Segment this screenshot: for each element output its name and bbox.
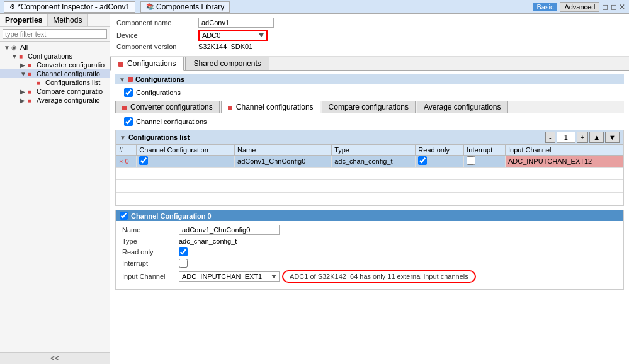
tab-methods-label: Methods — [53, 16, 82, 25]
tab-component-inspector-label: *Component Inspector - adConv1 — [18, 3, 130, 11]
error-message: ADC1 of S32K142_64 has only 11 external … — [282, 270, 476, 283]
tab-configurations-label: Configurations — [127, 59, 176, 68]
tree-item-average-config[interactable]: ▶ ■ Average configuratio — [0, 96, 110, 105]
device-select[interactable]: ADC0 ADC1 — [198, 30, 268, 41]
configurations-section-title: Configurations — [135, 76, 184, 83]
tree-arrow-average[interactable]: ▶ — [20, 97, 28, 104]
library-icon: 📚 — [146, 3, 154, 10]
detail-type-row: Type adc_chan_config_t — [122, 237, 617, 245]
all-icon: ◉ — [11, 44, 20, 51]
title-bar-left: ⚙ *Component Inspector - adConv1 📚 Compo… — [4, 1, 230, 13]
version-row: Component version S32K144_SDK01 — [116, 43, 623, 50]
tree-arrow-all[interactable]: ▼ — [4, 44, 11, 51]
table-header-row: # Channel Configuration Name Type Read o… — [116, 145, 623, 156]
tree-item-configurations[interactable]: ▼ ■ Configurations — [0, 52, 110, 60]
table-row[interactable]: × 0 adConv1_ChnConfig0 adc_chan_config_t… — [116, 156, 623, 168]
sub-tab-average[interactable]: Average configurations — [417, 101, 508, 113]
sub-tab-channel-label: Channel configurations — [236, 103, 314, 111]
content-area: ▼ Configurations Configurations Converte… — [110, 71, 629, 364]
cell-channel-config[interactable] — [137, 156, 235, 168]
name-row: Component name — [116, 18, 623, 28]
row-read-only-checkbox[interactable] — [418, 156, 427, 165]
detail-type-value: adc_chan_config_t — [179, 237, 237, 245]
details-title: Channel Configuration 0 — [131, 212, 212, 220]
folder-icon-converter: ■ — [28, 62, 37, 69]
tab-configurations[interactable]: Configurations — [110, 57, 184, 71]
section-icon-configs — [128, 77, 133, 82]
list-up-button[interactable]: ▲ — [589, 132, 604, 143]
tree-arrow-channel[interactable]: ▼ — [20, 71, 28, 77]
sub-tab-channel-icon — [228, 106, 232, 110]
tab-methods[interactable]: Methods — [48, 14, 88, 26]
section-arrow-configs: ▼ — [119, 76, 125, 83]
list-plus-button[interactable]: + — [577, 132, 588, 143]
tree-item-all[interactable]: ▼ ◉ All — [0, 43, 110, 52]
tab-components-library-label: Components Library — [156, 3, 224, 11]
tab-components-library[interactable]: 📚 Components Library — [140, 1, 230, 13]
toolbar-icons: ◻ ◻ ✕ — [602, 3, 625, 11]
sub-tab-average-label: Average configurations — [424, 103, 501, 111]
basic-button[interactable]: Basic — [533, 3, 557, 11]
folder-icon-average: ■ — [28, 97, 37, 104]
cell-interrupt[interactable] — [464, 156, 506, 168]
sub-tab-converter-icon — [122, 106, 127, 110]
list-minus-button[interactable]: - — [545, 132, 555, 143]
detail-name-input[interactable] — [179, 225, 280, 235]
filter-input[interactable] — [3, 29, 107, 39]
cell-read-only[interactable] — [416, 156, 464, 168]
device-row: Device ADC0 ADC1 — [116, 30, 623, 41]
folder-icon-channel: ■ — [28, 71, 37, 77]
row-channel-config-checkbox[interactable] — [139, 156, 148, 165]
sub-tab-converter[interactable]: Converter configurations — [115, 101, 220, 113]
tree-item-compare-config[interactable]: ▶ ■ Compare configuratio — [0, 87, 110, 96]
version-label: Component version — [116, 43, 198, 50]
advanced-button[interactable]: Advanced — [560, 2, 599, 12]
tree-item-config-list[interactable]: ■ Configurations list — [0, 78, 110, 87]
sub-tab-converter-label: Converter configurations — [130, 103, 213, 111]
detail-inputchan-label: Input Channel — [122, 273, 179, 280]
row-interrupt-checkbox[interactable] — [467, 156, 475, 165]
channel-config-checkbox-label: Channel configurations — [136, 118, 207, 125]
detail-readonly-row: Read only — [122, 247, 617, 256]
device-label: Device — [116, 31, 198, 39]
sub-tab-compare[interactable]: Compare configurations — [322, 101, 416, 113]
tab-component-inspector[interactable]: ⚙ *Component Inspector - adConv1 — [4, 1, 135, 13]
detail-inputchan-select[interactable]: ADC_INPUTCHAN_EXT1 ADC_INPUTCHAN_EXT12 — [179, 271, 280, 282]
details-header-checkbox[interactable] — [120, 212, 128, 220]
config-list-arrow: ▼ — [120, 134, 126, 141]
detail-type-label: Type — [122, 237, 179, 245]
list-down-button[interactable]: ▼ — [605, 132, 620, 143]
tab-shared-components[interactable]: Shared components — [185, 57, 269, 70]
tree-arrow-compare[interactable]: ▶ — [20, 88, 28, 95]
tree-arrow-converter[interactable]: ▶ — [20, 62, 28, 69]
details-section: Channel Configuration 0 Name Type adc_ch… — [115, 210, 624, 290]
title-bar-right: Basic Advanced ◻ ◻ ✕ — [533, 2, 625, 12]
tree-label-average-config: Average configuratio — [37, 96, 100, 104]
list-controls: - + ▲ ▼ — [545, 132, 620, 143]
tree-label-compare-config: Compare configuratio — [37, 88, 103, 95]
table-row-empty2 — [116, 180, 623, 193]
tree-item-converter-config[interactable]: ▶ ■ Converter configuratio — [0, 60, 110, 69]
detail-interrupt-checkbox[interactable] — [179, 259, 188, 268]
th-input-channel: Input Channel — [505, 145, 623, 156]
detail-readonly-checkbox[interactable] — [179, 247, 188, 256]
tab-properties[interactable]: Properties — [0, 14, 48, 26]
collapse-icon: << — [50, 354, 59, 363]
config-list-section: ▼ Configurations list - + ▲ ▼ # Chann — [115, 130, 624, 206]
folder-icon-configs: ■ — [19, 53, 28, 60]
configurations-checkbox-label: Configurations — [136, 89, 181, 96]
tab-properties-label: Properties — [5, 16, 42, 25]
tree-item-channel-config[interactable]: ▼ ■ Channel configuratio — [0, 69, 110, 78]
details-header: Channel Configuration 0 — [116, 210, 623, 221]
tree-arrow-configs[interactable]: ▼ — [11, 53, 19, 60]
channel-config-checkbox[interactable] — [124, 117, 133, 126]
collapse-button[interactable]: << — [0, 352, 110, 364]
right-panel: Component name Device ADC0 ADC1 Componen… — [110, 14, 629, 364]
sub-tab-channel[interactable]: Channel configurations — [221, 101, 320, 113]
configurations-section-header[interactable]: ▼ Configurations — [115, 74, 624, 84]
configurations-checkbox-row: Configurations — [115, 87, 624, 98]
tree-label-all: All — [20, 43, 28, 51]
list-index-input[interactable] — [557, 132, 575, 143]
component-name-input[interactable] — [198, 18, 274, 28]
configurations-checkbox[interactable] — [124, 88, 133, 97]
